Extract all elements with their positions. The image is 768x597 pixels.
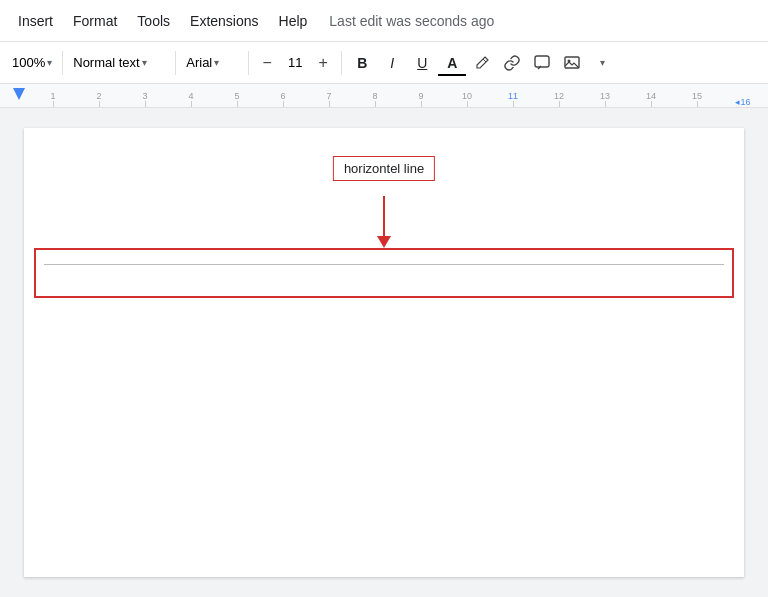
italic-button[interactable]: I (378, 49, 406, 77)
ruler-tick-7: 7 (306, 91, 352, 107)
more-options-chevron-icon: ▾ (600, 57, 605, 68)
link-button[interactable] (498, 49, 526, 77)
annotation-label-text: horizontel line (344, 161, 424, 176)
ruler-tick-9: 9 (398, 91, 444, 107)
last-edit-status: Last edit was seconds ago (329, 13, 494, 29)
svg-line-0 (483, 59, 486, 62)
style-chevron-icon: ▾ (142, 57, 147, 68)
bold-button[interactable]: B (348, 49, 376, 77)
ruler-tick-4: 4 (168, 91, 214, 107)
font-color-button[interactable]: A (438, 49, 466, 77)
menu-bar: Insert Format Tools Extensions Help Last… (0, 0, 768, 42)
separator-4 (341, 51, 342, 75)
ruler-tick-8: 8 (352, 91, 398, 107)
document-page[interactable]: horizontel line (24, 128, 744, 577)
zoom-chevron-icon: ▾ (47, 57, 52, 68)
menu-insert[interactable]: Insert (10, 9, 61, 33)
horizontal-rule-highlight-box (34, 248, 734, 298)
toolbar: 100% ▾ Normal text ▾ Arial ▾ − + B I U A (0, 42, 768, 84)
font-size-input[interactable] (281, 52, 309, 73)
decrease-font-size-button[interactable]: − (255, 51, 279, 75)
annotation-label-box: horizontel line (333, 156, 435, 181)
link-icon (504, 55, 520, 71)
paragraph-style-value: Normal text (73, 55, 139, 70)
ruler-tick-5: 5 (214, 91, 260, 107)
highlight-button[interactable] (468, 49, 496, 77)
ruler-tick-12: 12 (536, 91, 582, 107)
ruler: 1 2 3 4 5 6 7 8 9 10 11 12 13 14 15 ◂16 (0, 84, 768, 108)
font-selector[interactable]: Arial ▾ (182, 51, 242, 74)
increase-font-size-button[interactable]: + (311, 51, 335, 75)
zoom-selector[interactable]: 100% ▾ (8, 51, 56, 74)
separator-3 (248, 51, 249, 75)
separator-1 (62, 51, 63, 75)
paragraph-style-selector[interactable]: Normal text ▾ (69, 51, 169, 74)
ruler-tick-6: 6 (260, 91, 306, 107)
more-options-button[interactable]: ▾ (588, 49, 616, 77)
horizontal-rule (44, 264, 724, 265)
ruler-tick-10: 10 (444, 91, 490, 107)
ruler-tick-2: 2 (76, 91, 122, 107)
image-icon (564, 55, 580, 71)
menu-format[interactable]: Format (65, 9, 125, 33)
separator-2 (175, 51, 176, 75)
highlight-icon (474, 55, 490, 71)
comment-icon (534, 55, 550, 71)
annotation-arrow (377, 196, 391, 248)
ruler-tick-1: 1 (30, 91, 76, 107)
ruler-tick-14: 14 (628, 91, 674, 107)
ruler-tick-15: 15 (674, 91, 720, 107)
ruler-tick-13: 13 (582, 91, 628, 107)
svg-rect-1 (535, 56, 549, 67)
font-value: Arial (186, 55, 212, 70)
image-button[interactable] (558, 49, 586, 77)
ruler-marks: 1 2 3 4 5 6 7 8 9 10 11 12 13 14 15 ◂16 (0, 84, 768, 107)
arrow-head-icon (377, 236, 391, 248)
menu-extensions[interactable]: Extensions (182, 9, 266, 33)
arrow-line (383, 196, 385, 236)
zoom-value: 100% (12, 55, 45, 70)
document-area: horizontel line (0, 108, 768, 597)
ruler-tick-16: ◂16 (720, 97, 766, 107)
ruler-tick-11: 11 (490, 91, 536, 107)
menu-tools[interactable]: Tools (129, 9, 178, 33)
ruler-tick-3: 3 (122, 91, 168, 107)
font-chevron-icon: ▾ (214, 57, 219, 68)
underline-button[interactable]: U (408, 49, 436, 77)
menu-help[interactable]: Help (271, 9, 316, 33)
comment-button[interactable] (528, 49, 556, 77)
font-size-area: − + (255, 51, 335, 75)
